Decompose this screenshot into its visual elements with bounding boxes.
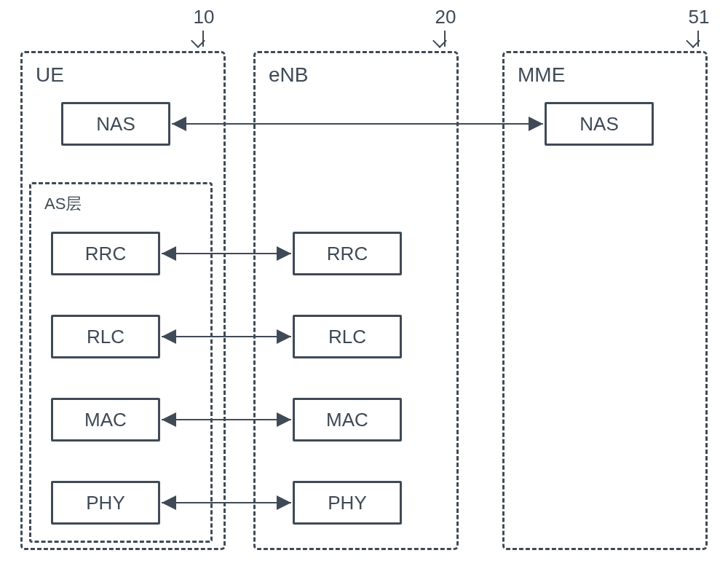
column-enb: eNB <box>253 51 459 550</box>
rlc-enb-block: RLC <box>293 315 402 358</box>
ref-label-enb: 20 <box>424 6 467 28</box>
column-title-enb: eNB <box>269 63 308 87</box>
nas-ue-block: NAS <box>61 102 170 146</box>
diagram-canvas: 10 20 51 UE eNB MME AS层 NAS NAS RRC RRC … <box>0 0 728 561</box>
rrc-ue-block: RRC <box>51 232 160 275</box>
ref-label-mme: 51 <box>677 6 721 28</box>
nas-mme-block: NAS <box>545 102 654 146</box>
mac-ue-block: MAC <box>51 398 160 442</box>
ref-tick-enb <box>444 31 446 47</box>
ref-tick-mme <box>697 31 699 47</box>
rrc-enb-block: RRC <box>293 232 402 275</box>
mac-enb-block: MAC <box>293 398 402 442</box>
column-title-mme: MME <box>518 63 565 87</box>
phy-enb-block: PHY <box>293 481 402 525</box>
ref-label-ue: 10 <box>182 6 226 28</box>
phy-ue-block: PHY <box>51 481 160 525</box>
column-title-ue: UE <box>36 63 64 87</box>
rlc-ue-block: RLC <box>51 315 160 358</box>
ref-tick-ue <box>202 31 204 47</box>
as-layer-label: AS层 <box>44 193 82 215</box>
